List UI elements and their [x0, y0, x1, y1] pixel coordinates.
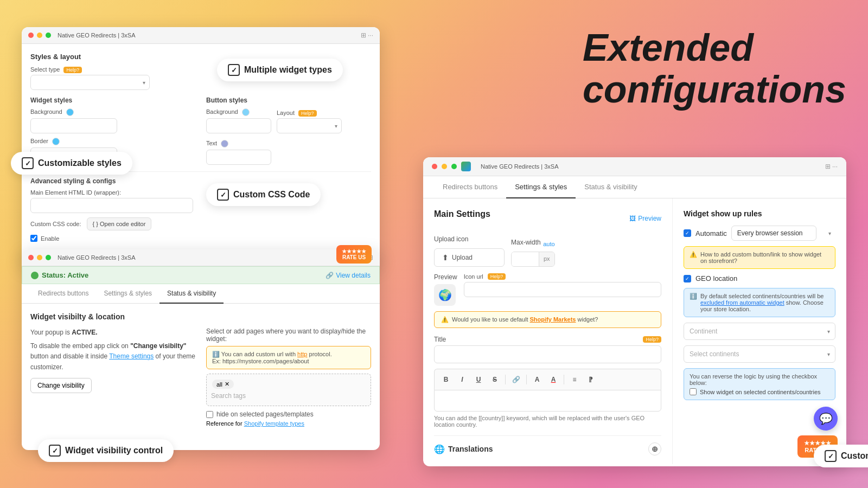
editor-container: B I U S 🔗 A A ≡ ⁋	[434, 369, 661, 412]
layout-select-wrapper[interactable]: Grid ▾	[277, 118, 342, 133]
btn-text-input[interactable]: #000000	[206, 150, 271, 165]
select-type-label: Select type Help?	[30, 66, 150, 73]
border-color-swatch	[52, 138, 60, 145]
button-styles-title: Button styles	[206, 97, 371, 104]
chat-bubble[interactable]: 💬	[814, 407, 838, 431]
advanced-title: Advanced styling & configs	[30, 177, 371, 185]
italic-btn[interactable]: I	[455, 373, 469, 387]
bg-input[interactable]: #ffffff	[30, 118, 117, 133]
every-browser-arrow: ▾	[828, 230, 831, 236]
left-panel: Native GEO Redirects | 3xSA ⊞ ··· Styles…	[11, 11, 407, 477]
editor-area[interactable]	[434, 390, 661, 412]
callout-customizable: ✓ Customizable styles	[11, 152, 132, 175]
editor-divider-2	[526, 375, 527, 384]
bold-btn[interactable]: B	[439, 373, 453, 387]
select-type-input[interactable]: Popup	[30, 75, 150, 90]
reverse-logic: You can reverse the logic by using the c…	[684, 368, 835, 400]
domain-row: Enable	[30, 235, 371, 242]
window-bar-main: Native GEO Redirects | 3xSA ⊞ ···	[423, 157, 846, 176]
title-input[interactable]: Choose your location	[434, 345, 661, 363]
main-content: Main Settings 🖼 Preview Upload icon ⬆ Up…	[423, 198, 846, 464]
continent-select[interactable]: Continent	[684, 323, 835, 340]
auto-link[interactable]: auto	[543, 241, 554, 247]
select-type-wrapper[interactable]: Popup ▾	[30, 75, 150, 90]
hide-checkbox-input[interactable]	[206, 411, 213, 418]
http-link[interactable]: http	[297, 351, 307, 357]
excluded-link[interactable]: excluded from automatic widget	[700, 299, 784, 306]
view-details-btn[interactable]: 🔗 View details	[326, 272, 371, 279]
callout-css-code: ✓ Custom CSS Code	[206, 183, 321, 206]
tab-bar-2: Redirects buttons Settings & styles Stat…	[22, 284, 380, 304]
upload-icon: ⬆	[442, 253, 449, 262]
app-logo	[461, 162, 471, 171]
layout-input[interactable]: Grid	[277, 118, 342, 133]
max-width-input-row: 50 px	[511, 252, 555, 267]
upload-btn[interactable]: ⬆ Upload	[434, 248, 505, 267]
tab-redirects-2[interactable]: Redirects buttons	[30, 284, 96, 304]
continent-select-wrapper: Continent ▾	[684, 323, 835, 340]
editor-divider-1	[505, 375, 506, 384]
max-width-unit: px	[539, 252, 554, 266]
html-id-input[interactable]: #	[30, 198, 193, 213]
color-btn[interactable]: A	[530, 373, 544, 387]
translations-header: 🌐 Translations ⊕	[434, 442, 661, 455]
main-settings-title: Main Settings	[434, 209, 490, 219]
max-width-input[interactable]: 50	[512, 252, 539, 266]
btn-bg-swatch	[242, 108, 250, 116]
automatic-rule-row: ✓ Automatic Every browser session ▾	[684, 226, 835, 241]
color-bg-btn[interactable]: A	[546, 373, 560, 387]
select-continents[interactable]: Select continents	[684, 345, 835, 363]
shopify-template-link[interactable]: Shopify template types	[244, 420, 304, 427]
geo-checkbox[interactable]: ✓	[684, 275, 691, 282]
window-title-1: Native GEO Redirects | 3xSA	[58, 32, 358, 38]
align-btn[interactable]: ≡	[567, 373, 582, 387]
every-browser-wrapper: Every browser session ▾	[731, 226, 835, 241]
strikethrough-btn[interactable]: S	[488, 373, 502, 387]
translations-add-btn[interactable]: ⊕	[648, 442, 661, 455]
preview-link[interactable]: 🖼 Preview	[629, 215, 661, 222]
format-btn[interactable]: ⁋	[584, 373, 598, 387]
tab-settings-main[interactable]: Settings & styles	[506, 176, 576, 198]
tab-settings-2[interactable]: Settings & styles	[96, 284, 159, 304]
callout-visibility-control: ✓ Widget visibility control	[38, 439, 174, 462]
icon-url-input[interactable]: https://ngr-app.herokuapp.com/public/	[464, 282, 661, 297]
check-icon-css: ✓	[217, 189, 229, 201]
widget-styles-title: Widget styles	[30, 97, 195, 104]
link-btn[interactable]: 🔗	[509, 373, 523, 387]
status-bar: Status: Active 🔗 View details	[22, 266, 380, 284]
tags-area[interactable]: all ✕ Search tags	[206, 374, 371, 406]
tab-redirects-main[interactable]: Redirects buttons	[434, 176, 506, 198]
screenshot-status: Native GEO Redirects | 3xSA ⊞ Status: Ac…	[22, 249, 380, 450]
theme-settings-link[interactable]: Theme settings	[109, 352, 154, 360]
select-continents-arrow: ▾	[827, 351, 830, 357]
border-label: Border	[30, 138, 195, 145]
automatic-checkbox[interactable]: ✓	[684, 229, 691, 237]
tab-status-main[interactable]: Status & visibility	[576, 176, 646, 198]
open-code-editor-btn[interactable]: { } Open code editor	[87, 217, 152, 230]
visibility-left: Your popup is ACTIVE. To disable the emb…	[30, 328, 195, 427]
window-title-main: Native GEO Redirects | 3xSA	[481, 163, 821, 170]
s2-dot-green	[46, 255, 51, 260]
window-dot-green	[46, 33, 51, 38]
main-dot-green	[451, 164, 457, 169]
change-visibility-btn[interactable]: Change visibility	[30, 378, 92, 393]
icon-row: Preview 🌍 Icon url Help? https://ngr-app…	[434, 273, 661, 306]
rate-us-left[interactable]: ★★★★★ RATE US	[336, 245, 372, 264]
visibility-body: Your popup is ACTIVE. To disable the emb…	[30, 328, 371, 427]
screenshot-main: Native GEO Redirects | 3xSA ⊞ ··· Redire…	[423, 157, 846, 466]
btn-text-swatch	[221, 140, 228, 147]
select-pages-text: Select or add pages where you want to di…	[206, 328, 371, 343]
underline-btn[interactable]: U	[471, 373, 486, 387]
icon-preview: 🌍	[434, 284, 456, 306]
hide-checkbox-row: hide on selected pages/templates	[206, 410, 371, 418]
advanced-section: Advanced styling & configs Main Element …	[30, 171, 371, 242]
icon-url-label: Icon url Help?	[464, 273, 661, 280]
auto-hint: ⚠️ How to add custom button/link to show…	[684, 246, 835, 269]
every-browser-select[interactable]: Every browser session	[731, 226, 816, 241]
tab-status-2[interactable]: Status & visibility	[159, 284, 224, 304]
enable-checkbox[interactable]	[30, 235, 37, 242]
show-selected-checkbox[interactable]	[690, 388, 697, 395]
shopify-markets-link[interactable]: Shopify Markets	[530, 316, 576, 323]
right-panel: Extended configurations Native GEO Redir…	[423, 11, 857, 477]
btn-bg-input[interactable]: #fff	[206, 118, 271, 133]
